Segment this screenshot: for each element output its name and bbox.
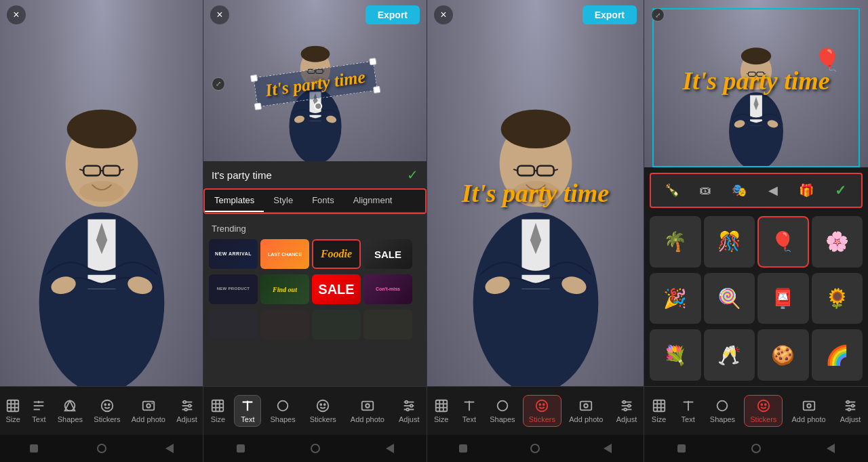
sticker-grid: 🌴 🎊 🎈 🌸 🎉 🍭 📮 🌻 💐 🥂 🍪 🌈 — [644, 213, 868, 386]
handle-tr-2[interactable] — [368, 58, 376, 65]
tool-shapes-1[interactable]: Shapes — [52, 396, 88, 426]
svg-point-90 — [540, 404, 541, 405]
shapes-icon-4 — [715, 398, 730, 413]
sticker-cell-bouquet[interactable]: 💐 — [650, 329, 701, 381]
tool-add-photo-3[interactable]: Add photo — [564, 396, 608, 426]
tool-stickers-4[interactable]: Stickers — [744, 395, 783, 427]
tool-add-photo-2[interactable]: Add photo — [345, 396, 390, 426]
template-sale-big-2[interactable]: SALE — [312, 274, 361, 304]
export-button-3[interactable]: Export — [583, 5, 637, 24]
tool-adjust-1[interactable]: Adjust — [171, 396, 203, 426]
tab-alignment[interactable]: Alignment — [344, 190, 402, 212]
text-input[interactable] — [212, 169, 401, 181]
sticker-cell-palm[interactable]: 🌴 — [650, 216, 701, 268]
tool-text-3[interactable]: Text — [456, 396, 482, 426]
nav-stop-1[interactable] — [30, 444, 38, 453]
photo-area-3: It's party time — [427, 0, 644, 386]
template-new-product[interactable]: NEW PRODUCT — [209, 274, 258, 304]
nav-stop-4[interactable] — [677, 444, 686, 453]
tool-text-2[interactable]: Text — [234, 395, 261, 427]
template-foodie[interactable]: Foodie — [312, 239, 361, 269]
sticker-cell-champagne[interactable]: 🥂 — [704, 329, 755, 381]
template-row-3 — [203, 310, 427, 345]
svg-point-129 — [847, 401, 850, 404]
resize-handle-4[interactable]: ⤢ — [651, 8, 665, 22]
sticker-tool-confirm[interactable]: ✓ — [828, 178, 852, 203]
tab-templates[interactable]: Templates — [205, 190, 264, 212]
template-sale[interactable]: SALE — [363, 239, 412, 269]
nav-stop-3[interactable] — [459, 444, 467, 453]
handle-br-2[interactable] — [372, 86, 380, 93]
tool-shapes-4[interactable]: Shapes — [705, 396, 741, 426]
bottom-toolbar-1: Size Text Shapes Stickers Add photo Adju… — [0, 386, 203, 435]
tool-text-4[interactable]: Text — [675, 396, 701, 426]
close-button-1[interactable]: × — [7, 5, 26, 24]
tool-stickers-1[interactable]: Stickers — [88, 396, 125, 426]
svg-rect-49 — [212, 400, 224, 412]
template-partial-4[interactable] — [363, 310, 412, 339]
tool-shapes-3[interactable]: Shapes — [484, 396, 520, 426]
sticker-tool-bottle[interactable]: 🍾 — [660, 178, 684, 203]
sticker-cell-balloons[interactable]: 🎈 — [757, 216, 809, 268]
tool-adjust-3[interactable]: Adjust — [611, 396, 643, 426]
balloon-sticker-on-image[interactable]: 🎈 — [814, 47, 841, 72]
tool-stickers-3[interactable]: Stickers — [523, 395, 561, 427]
close-button-2[interactable]: × — [210, 5, 229, 24]
text-input-bar: ✓ — [203, 161, 427, 188]
tool-adjust-4[interactable]: Adjust — [835, 396, 867, 426]
tool-size-4[interactable]: Size — [646, 396, 672, 426]
sticker-cell-flowers[interactable]: 🌸 — [812, 216, 863, 268]
sticker-cell-postcard[interactable]: 📮 — [757, 273, 809, 324]
sticker-tool-play[interactable]: ◀ — [761, 178, 785, 203]
nav-home-3[interactable] — [530, 444, 540, 453]
nav-home-2[interactable] — [311, 444, 320, 453]
template-partial-2[interactable] — [260, 310, 309, 339]
export-button-2[interactable]: Export — [366, 5, 420, 24]
check-button[interactable]: ✓ — [407, 167, 418, 183]
sticker-cell-confetti[interactable]: 🎊 — [704, 216, 755, 268]
sticker-tool-gift[interactable]: 🎁 — [794, 178, 818, 203]
tool-text-1[interactable]: Text — [26, 396, 52, 426]
party-text-3: It's party time — [462, 179, 609, 207]
handle-bl-2[interactable] — [254, 102, 261, 110]
handle-tl-2[interactable] — [250, 75, 257, 82]
tab-fonts[interactable]: Fonts — [302, 190, 344, 212]
nav-back-3[interactable] — [604, 444, 612, 453]
nav-back-1[interactable] — [165, 444, 174, 453]
nav-back-4[interactable] — [827, 444, 835, 453]
shapes-icon-3 — [495, 398, 510, 413]
tool-add-photo-1[interactable]: Add photo — [126, 396, 171, 426]
svg-point-28 — [146, 404, 151, 408]
man-portrait-1 — [20, 39, 182, 386]
sticker-cell-cookie[interactable]: 🍪 — [757, 329, 809, 381]
close-button-3[interactable]: × — [434, 5, 453, 24]
nav-home-4[interactable] — [751, 444, 761, 453]
tool-size-3[interactable]: Size — [429, 396, 454, 426]
tool-size-1[interactable]: Size — [0, 396, 26, 426]
tool-size-2[interactable]: Size — [205, 396, 231, 426]
template-new-arrival[interactable]: NEW ARRIVAL — [209, 239, 258, 269]
template-last-chance[interactable]: LAST CHANCE — [260, 239, 309, 269]
tab-style[interactable]: Style — [264, 190, 302, 212]
nav-stop-2[interactable] — [237, 444, 245, 453]
svg-point-34 — [188, 404, 191, 407]
template-cont-miss[interactable]: Con't-miss — [363, 274, 412, 304]
tool-add-photo-4[interactable]: Add photo — [787, 396, 831, 426]
template-find-out[interactable]: Find out — [260, 274, 309, 304]
sticker-cell-happy[interactable]: 🎉 — [650, 273, 701, 324]
sticker-cell-orange-flowers[interactable]: 🌻 — [812, 273, 863, 324]
svg-point-10 — [79, 181, 124, 202]
nav-home-1[interactable] — [97, 444, 106, 453]
template-partial-1[interactable] — [209, 310, 258, 339]
tool-adjust-2[interactable]: Adjust — [393, 396, 425, 426]
template-partial-3[interactable] — [312, 310, 361, 339]
resize-handle-left-2[interactable]: ⤢ — [212, 77, 225, 91]
sticker-tool-ticket[interactable]: 🎟 — [693, 178, 717, 203]
sticker-cell-rainbow[interactable]: 🌈 — [812, 329, 863, 381]
svg-point-97 — [623, 401, 626, 404]
tool-stickers-2[interactable]: Stickers — [304, 396, 342, 426]
sticker-cell-popsicle[interactable]: 🍭 — [704, 273, 755, 324]
tool-shapes-2[interactable]: Shapes — [264, 396, 300, 426]
nav-back-2[interactable] — [386, 444, 394, 453]
sticker-tool-mask[interactable]: 🎭 — [727, 178, 751, 203]
